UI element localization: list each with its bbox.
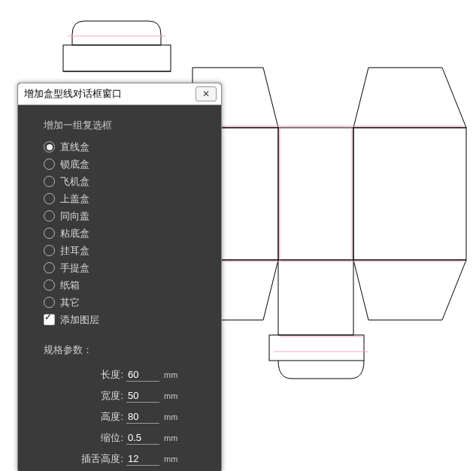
option-radio[interactable]: 挂耳盒 xyxy=(44,242,208,259)
option-radio[interactable]: 粘底盒 xyxy=(44,225,208,242)
param-row: 长度:mm xyxy=(44,364,208,385)
dialog-body: 增加一组复选框 直线盒锁底盒飞机盒上盖盒同向盖粘底盒挂耳盒手提盒纸箱其它添加图层… xyxy=(18,105,221,471)
param-input[interactable] xyxy=(126,410,159,424)
param-input[interactable] xyxy=(126,389,159,403)
dialog-titlebar[interactable]: 增加盒型线对话框窗口 ✕ xyxy=(18,83,221,105)
radio-icon xyxy=(44,262,55,273)
radio-icon xyxy=(44,210,55,222)
param-row: 宽度:mm xyxy=(44,385,208,406)
param-label: 高度: xyxy=(101,410,123,424)
option-label: 锁底盒 xyxy=(60,158,89,171)
dialog-title: 增加盒型线对话框窗口 xyxy=(24,87,122,101)
param-unit: mm xyxy=(164,412,177,421)
option-radio[interactable]: 其它 xyxy=(44,294,208,311)
svg-rect-0 xyxy=(63,45,171,71)
radio-icon xyxy=(44,141,55,152)
option-radio[interactable]: 纸箱 xyxy=(44,276,208,294)
option-radio[interactable]: 飞机盒 xyxy=(44,173,208,190)
radio-icon xyxy=(44,297,55,308)
options-list: 直线盒锁底盒飞机盒上盖盒同向盖粘底盒挂耳盒手提盒纸箱其它添加图层 xyxy=(44,138,208,328)
radio-icon xyxy=(44,176,55,187)
option-label: 挂耳盒 xyxy=(60,244,89,258)
radio-icon xyxy=(44,193,55,204)
option-label: 其它 xyxy=(60,296,80,309)
option-checkbox[interactable]: 添加图层 xyxy=(44,311,208,328)
svg-rect-6 xyxy=(269,335,364,361)
group-title: 增加一组复选框 xyxy=(44,119,208,132)
option-label: 粘底盒 xyxy=(60,227,89,240)
option-label: 上盖盒 xyxy=(60,192,89,206)
svg-rect-4 xyxy=(353,128,466,260)
param-row: 高度:mm xyxy=(44,406,208,427)
close-button[interactable]: ✕ xyxy=(196,86,217,101)
param-row: 缩位:mm xyxy=(44,427,208,448)
option-label: 同向盖 xyxy=(60,210,89,223)
option-radio[interactable]: 直线盒 xyxy=(44,138,208,155)
param-label: 长度: xyxy=(101,368,123,382)
radio-icon xyxy=(44,159,55,170)
param-unit: mm xyxy=(164,454,177,463)
radio-icon xyxy=(44,228,55,239)
svg-rect-5 xyxy=(278,260,353,335)
params-list: 长度:mm宽度:mm高度:mm缩位:mm插舌高度:mm粘口宽度:mm xyxy=(44,364,208,471)
param-label: 缩位: xyxy=(101,431,123,445)
add-box-dialog: 增加盒型线对话框窗口 ✕ 增加一组复选框 直线盒锁底盒飞机盒上盖盒同向盖粘底盒挂… xyxy=(17,83,222,471)
option-label: 飞机盒 xyxy=(60,175,89,189)
radio-icon xyxy=(44,279,55,291)
param-unit: mm xyxy=(164,370,177,379)
checkbox-icon xyxy=(44,314,55,325)
option-label: 纸箱 xyxy=(60,279,80,292)
option-label: 手提盒 xyxy=(60,261,89,275)
option-radio[interactable]: 锁底盒 xyxy=(44,155,208,173)
param-unit: mm xyxy=(164,433,177,442)
param-row: 插舌高度:mm xyxy=(44,448,208,469)
param-input[interactable] xyxy=(126,368,159,382)
close-icon: ✕ xyxy=(202,89,210,99)
param-input[interactable] xyxy=(126,452,159,466)
option-label: 直线盒 xyxy=(60,140,89,154)
option-radio[interactable]: 同向盖 xyxy=(44,207,208,225)
option-label: 添加图层 xyxy=(60,313,99,327)
params-title: 规格参数： xyxy=(44,343,208,357)
option-radio[interactable]: 上盖盒 xyxy=(44,190,208,207)
svg-rect-3 xyxy=(278,128,353,260)
param-label: 插舌高度: xyxy=(81,452,123,466)
param-label: 宽度: xyxy=(101,389,123,403)
option-radio[interactable]: 手提盒 xyxy=(44,259,208,276)
param-input[interactable] xyxy=(126,431,159,445)
radio-icon xyxy=(44,245,55,256)
param-unit: mm xyxy=(164,391,177,400)
